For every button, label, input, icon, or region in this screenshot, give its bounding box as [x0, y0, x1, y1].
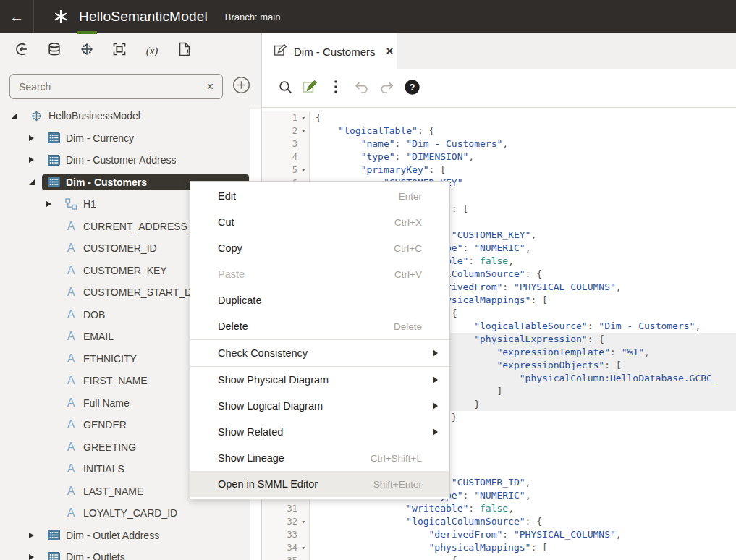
tree-item-dim-customer-address[interactable]: Dim - Customer Address — [0, 149, 261, 171]
tree-item-label: Dim - Outlet Address — [66, 530, 159, 541]
code-line: 5▾ "primaryKey": [ — [262, 164, 736, 177]
expand-toggle-icon[interactable] — [29, 554, 42, 560]
tree-item-label: HelloBusinessModel — [48, 110, 140, 122]
code-line: 4 "type": "DIMENSION", — [262, 150, 736, 164]
menu-item-label: Show Related — [218, 426, 433, 438]
code-line: 1▾{ — [262, 111, 736, 124]
editor-toolbar: ? — [262, 69, 736, 108]
presentation-layer-button[interactable] — [107, 38, 132, 63]
menu-item-label: Paste — [218, 268, 394, 280]
code-text: "logicalTable": { — [310, 124, 736, 137]
menu-item-copy[interactable]: CopyCtrl+C — [190, 235, 449, 261]
attribute-icon: A — [64, 441, 78, 454]
code-line: 34▾ "physicalMappings": [ — [262, 541, 736, 554]
expand-toggle-icon[interactable] — [29, 179, 42, 185]
menu-item-show-related[interactable]: Show Related — [190, 419, 449, 445]
expand-toggle-icon[interactable] — [46, 201, 59, 207]
edit-toggle-icon — [303, 79, 318, 98]
fold-toggle-icon[interactable]: ▾ — [297, 554, 305, 560]
attribute-icon: A — [64, 462, 78, 475]
expand-toggle-icon[interactable] — [29, 157, 42, 163]
search-button[interactable] — [276, 79, 295, 98]
branch-label: Branch: main — [225, 12, 281, 22]
gutter: 5▾ — [262, 164, 310, 177]
line-number: 32 — [287, 515, 297, 528]
search-box: × — [9, 74, 223, 99]
tab-close-button[interactable]: × — [386, 44, 394, 59]
submenu-arrow-icon — [433, 402, 438, 410]
tree-item-dim-currency[interactable]: Dim - Currency — [0, 127, 261, 150]
tree-item-loyalty-card-id[interactable]: ALOYALTY_CARD_ID — [0, 502, 261, 525]
submenu-arrow-icon — [433, 428, 438, 436]
tree-item-label: CUSTOMER_KEY — [83, 265, 167, 276]
gutter: 33 — [262, 528, 310, 541]
gutter: 3 — [262, 137, 310, 150]
menu-item-duplicate[interactable]: Duplicate — [190, 287, 449, 313]
tree-item-label: CURRENT_ADDRESS_K — [83, 221, 200, 232]
fold-toggle-icon[interactable]: ▾ — [297, 124, 305, 137]
expand-toggle-icon[interactable] — [29, 135, 42, 141]
menu-item-label: Show Logical Diagram — [218, 400, 433, 412]
page-title: HelloSemanticModel — [79, 9, 208, 25]
submenu-arrow-icon — [433, 349, 438, 357]
line-number: 34 — [287, 541, 297, 554]
code-line: 33 "derivedFrom": "PHYSICAL_COLUMNS", — [262, 528, 736, 541]
menu-item-cut[interactable]: CutCtrl+X — [190, 209, 449, 235]
gutter: 32▾ — [262, 515, 310, 528]
menu-item-edit[interactable]: EditEnter — [190, 183, 449, 209]
tree-item-label: GREETING — [83, 441, 136, 453]
line-number: 3 — [292, 137, 297, 150]
help-button[interactable]: ? — [402, 79, 421, 98]
tree-item-label: H1 — [83, 198, 96, 210]
expand-toggle-icon[interactable] — [29, 533, 42, 538]
fold-toggle-icon[interactable]: ▾ — [297, 164, 305, 177]
attribute-icon: A — [64, 308, 78, 321]
fold-toggle-icon[interactable]: ▾ — [297, 541, 305, 554]
logical-table-icon — [46, 132, 61, 143]
add-button[interactable] — [231, 77, 251, 97]
tree-item-dim-outlet-address[interactable]: Dim - Outlet Address — [0, 525, 261, 547]
attribute-icon: A — [64, 485, 78, 498]
menu-item-label: Check Consistency — [218, 347, 433, 359]
search-input[interactable] — [17, 80, 206, 93]
attribute-icon: A — [64, 374, 78, 387]
tree-item-content: Dim - Customer Address — [42, 152, 249, 168]
fold-toggle-icon[interactable]: ▾ — [297, 111, 305, 124]
tree-item-content: Dim - Outlets — [42, 549, 249, 560]
edit-toggle-button[interactable] — [301, 79, 320, 98]
code-line: 32▾ "logicalColumnSource": { — [262, 515, 736, 528]
variables-icon: (x) — [146, 45, 158, 57]
code-line: 3 "name": "Dim - Customers", — [262, 137, 736, 150]
connections-button[interactable] — [9, 38, 34, 63]
search-clear-icon[interactable]: × — [206, 80, 215, 93]
invalid-files-button[interactable] — [172, 38, 197, 63]
back-button[interactable]: ← — [0, 0, 33, 33]
menu-item-open-in-smml-editor[interactable]: Open in SMML EditorShift+Enter — [190, 471, 449, 497]
variables-button[interactable]: (x) — [140, 38, 164, 63]
menu-item-paste[interactable]: PasteCtrl+V — [190, 261, 449, 287]
tab-dim-customers[interactable]: Dim - Customers × — [262, 33, 397, 69]
menu-item-show-physical-diagram[interactable]: Show Physical Diagram — [190, 367, 449, 393]
attribute-icon: A — [64, 330, 78, 343]
fold-toggle-icon[interactable]: ▾ — [297, 515, 305, 528]
menu-item-delete[interactable]: DeleteDelete — [190, 313, 449, 339]
expand-toggle-icon[interactable] — [12, 113, 25, 119]
physical-layer-button[interactable] — [42, 38, 67, 63]
tree-item-content: HelloBusinessModel — [25, 108, 249, 124]
app-logo-icon — [53, 9, 69, 25]
logical-layer-button[interactable] — [75, 38, 99, 63]
overflow-menu-button[interactable] — [326, 79, 345, 98]
code-text: "primaryKey": [ — [310, 164, 736, 177]
tree-item-hellobusinessmodel[interactable]: HelloBusinessModel — [0, 105, 261, 127]
tree-item-label: CUSTOMER_START_DA — [83, 287, 198, 298]
menu-item-check-consistency[interactable]: Check Consistency — [190, 340, 449, 366]
overflow-menu-icon — [334, 80, 338, 97]
tree-item-label: Full Name — [83, 397, 130, 409]
menu-item-show-logical-diagram[interactable]: Show Logical Diagram — [190, 393, 449, 419]
gutter: 34▾ — [262, 541, 310, 554]
attribute-icon: A — [64, 396, 78, 410]
tree-item-dim-outlets[interactable]: Dim - Outlets — [0, 546, 261, 560]
line-number: 4 — [292, 150, 297, 164]
menu-item-show-lineage[interactable]: Show LineageCtrl+Shift+L — [190, 445, 449, 471]
tab-title: Dim - Customers — [294, 46, 376, 58]
